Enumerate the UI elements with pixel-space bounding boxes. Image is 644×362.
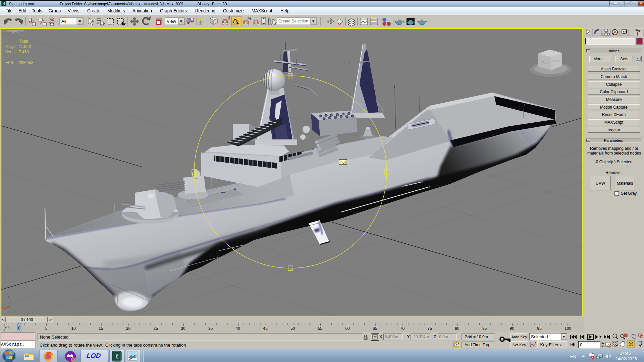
svg-text:0: 0 [18, 326, 20, 330]
svg-text:60: 60 [345, 326, 350, 331]
svg-text:50: 50 [290, 326, 295, 331]
svg-text:View: View [167, 19, 176, 24]
svg-text:FPS:: FPS: [5, 60, 14, 65]
svg-text:Orthographic: Orthographic [3, 29, 24, 33]
svg-text:x: x [2, 306, 4, 309]
svg-text:hull: hull [340, 160, 346, 164]
svg-text:All: All [61, 19, 66, 24]
svg-text:y: y [14, 309, 16, 312]
svg-text:70: 70 [400, 326, 405, 331]
svg-text:40: 40 [236, 326, 240, 331]
svg-text:11.929: 11.929 [19, 44, 31, 49]
svg-text:45: 45 [263, 326, 268, 331]
svg-text:{}: {} [268, 17, 271, 23]
svg-text:15: 15 [99, 326, 103, 331]
svg-text:Polys:: Polys: [6, 44, 17, 49]
svg-text:%: % [248, 16, 252, 21]
svg-text:95: 95 [537, 326, 542, 331]
svg-text:10: 10 [71, 326, 76, 331]
svg-text:65: 65 [373, 326, 377, 331]
svg-text:35: 35 [208, 326, 213, 331]
svg-text:30: 30 [181, 326, 185, 331]
svg-text:Create Selection Set: Create Selection Set [278, 19, 316, 23]
svg-text:7.460: 7.460 [19, 50, 29, 54]
svg-text:z: z [8, 295, 9, 298]
svg-text:85: 85 [482, 326, 487, 331]
svg-text:20: 20 [126, 326, 131, 331]
svg-text:283,453: 283,453 [19, 60, 34, 65]
svg-text:75: 75 [428, 326, 432, 331]
svg-text:90: 90 [510, 326, 515, 331]
svg-text:Verts:: Verts: [5, 50, 16, 54]
svg-text:100: 100 [565, 326, 571, 331]
svg-text:80: 80 [455, 326, 460, 331]
svg-text:5: 5 [45, 326, 48, 331]
svg-text:25: 25 [154, 326, 158, 331]
svg-text:3: 3 [228, 16, 230, 20]
svg-text:Total: Total [19, 39, 28, 44]
svg-text:55: 55 [318, 326, 323, 331]
